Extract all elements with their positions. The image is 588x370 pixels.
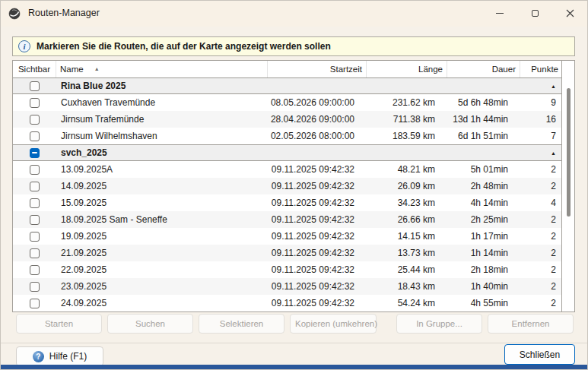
route-row[interactable]: 19.09.202509.11.2025 09:42:3214.15 km1h … [13, 228, 561, 245]
route-visibility-checkbox[interactable] [30, 282, 40, 292]
help-button-label: Hilfe (F1) [49, 351, 87, 362]
route-row[interactable]: Jirnsum Trafemünde28.04.2026 09:00:00711… [13, 111, 561, 128]
column-header-laenge[interactable]: Länge [367, 61, 447, 77]
route-visibility-checkbox[interactable] [30, 299, 40, 308]
route-laenge: 14.15 km [367, 231, 447, 242]
route-punkte: 2 [520, 231, 562, 242]
window-controls [482, 1, 587, 25]
route-name: Jirnsum Wilhelmshaven [56, 131, 268, 141]
route-row[interactable]: Cuxhaven Travemünde08.05.2026 09:00:0023… [13, 94, 561, 111]
route-row[interactable]: 24.09.202509.11.2025 09:42:3254.24 km4h … [13, 295, 561, 311]
route-punkte: 4 [520, 198, 562, 208]
route-startzeit: 09.11.2025 09:42:32 [268, 198, 367, 208]
route-startzeit: 09.11.2025 09:42:32 [268, 181, 367, 191]
route-name: 19.09.2025 [56, 231, 268, 242]
route-row[interactable]: 13.09.2025A09.11.2025 09:42:3248.21 km5h… [13, 161, 561, 178]
route-name: 14.09.2025 [56, 181, 268, 191]
group-row[interactable]: svch_2025▲ [13, 144, 561, 161]
maximize-button[interactable] [517, 1, 552, 25]
route-laenge: 18.43 km [367, 281, 447, 292]
route-visibility-checkbox[interactable] [30, 215, 40, 225]
route-startzeit: 09.11.2025 09:42:32 [268, 264, 367, 275]
group-visibility-checkbox[interactable] [30, 148, 40, 158]
route-visibility-checkbox[interactable] [30, 115, 40, 125]
help-button[interactable]: ? Hilfe (F1) [16, 346, 103, 366]
route-visibility-checkbox[interactable] [30, 198, 40, 208]
route-punkte: 2 [520, 298, 562, 308]
route-startzeit: 08.05.2026 09:00:00 [268, 97, 367, 108]
close-icon [566, 9, 574, 17]
route-dauer: 4h 55min [447, 298, 520, 308]
route-laenge: 231.62 km [367, 97, 447, 108]
route-visibility-checkbox[interactable] [30, 131, 40, 141]
column-header-sichtbar[interactable]: Sichtbar [13, 61, 56, 77]
bottom-accent-strip [1, 365, 587, 369]
route-punkte: 2 [520, 164, 562, 175]
column-header-punkte[interactable]: Punkte [520, 61, 562, 77]
route-laenge: 54.24 km [367, 298, 447, 308]
route-laenge: 25.44 km [367, 264, 447, 275]
suchen-button[interactable]: Suchen [107, 314, 193, 334]
route-visibility-checkbox[interactable] [30, 232, 40, 242]
column-header-dauer[interactable]: Dauer [447, 61, 520, 77]
route-name: 24.09.2025 [56, 298, 268, 308]
route-dauer: 4h 14min [447, 198, 520, 208]
route-visibility-checkbox[interactable] [30, 98, 40, 108]
entfernen-button[interactable]: Entfernen [488, 314, 574, 334]
titlebar[interactable]: Routen-Manager [1, 1, 587, 27]
route-punkte: 9 [520, 97, 562, 108]
route-laenge: 26.09 km [367, 181, 447, 191]
route-laenge: 26.66 km [367, 214, 447, 225]
route-laenge: 13.73 km [367, 248, 447, 258]
route-name: 22.09.2025 [56, 264, 268, 275]
selektieren-button[interactable]: Selektieren [199, 314, 284, 334]
table-header-row: Sichtbar Name ▲ Startzeit Länge Dauer Pu… [13, 61, 561, 77]
column-header-name[interactable]: Name ▲ [56, 61, 268, 77]
route-name: Cuxhaven Travemünde [56, 97, 268, 108]
route-visibility-checkbox[interactable] [30, 248, 40, 258]
route-name: 13.09.2025A [56, 164, 268, 175]
minimize-icon [496, 13, 504, 14]
route-name: Jirnsum Trafemünde [56, 114, 268, 125]
route-startzeit: 09.11.2025 09:42:32 [268, 248, 367, 258]
route-row[interactable]: 22.09.202509.11.2025 09:42:3225.44 km2h … [13, 261, 561, 278]
route-dauer: 5d 6h 48min [447, 97, 520, 108]
route-name: 18.09.2025 Sam - Seneffe [56, 214, 268, 225]
route-row[interactable]: 23.09.202509.11.2025 09:42:3218.43 km1h … [13, 278, 561, 295]
kopieren-umkehren-button[interactable]: Kopieren (umkehren) [290, 314, 377, 334]
route-row[interactable]: 21.09.202509.11.2025 09:42:3213.73 km1h … [13, 245, 561, 261]
route-dauer: 2h 18min [447, 264, 520, 275]
maximize-icon [532, 10, 539, 17]
sort-ascending-icon: ▲ [94, 66, 100, 71]
table-body: Rina Blue 2025▲Cuxhaven Travemünde08.05.… [13, 77, 561, 311]
in-gruppe-button[interactable]: In Gruppe... [396, 314, 482, 334]
minimize-button[interactable] [482, 1, 517, 25]
route-laenge: 183.59 km [367, 131, 447, 141]
route-row[interactable]: 18.09.2025 Sam - Seneffe09.11.2025 09:42… [13, 211, 561, 228]
group-collapse-icon[interactable]: ▲ [520, 84, 556, 89]
route-dauer: 2h 48min [447, 181, 520, 191]
column-header-startzeit[interactable]: Startzeit [268, 61, 367, 77]
starten-button[interactable]: Starten [16, 314, 102, 334]
route-row[interactable]: 14.09.202509.11.2025 09:42:3226.09 km2h … [13, 178, 561, 194]
vertical-scrollbar-thumb[interactable] [567, 88, 571, 217]
group-collapse-icon[interactable]: ▲ [520, 150, 556, 156]
route-visibility-checkbox[interactable] [30, 182, 40, 191]
group-row[interactable]: Rina Blue 2025▲ [13, 77, 561, 94]
route-row[interactable]: Jirnsum Wilhelmshaven02.05.2026 08:00:00… [13, 128, 561, 144]
route-name: 23.09.2025 [56, 281, 268, 292]
route-dauer: 2h 25min [447, 214, 520, 225]
route-visibility-checkbox[interactable] [30, 265, 40, 275]
route-visibility-checkbox[interactable] [30, 165, 40, 175]
route-punkte: 2 [520, 264, 562, 275]
group-name: Rina Blue 2025 [56, 81, 268, 91]
route-row[interactable]: 15.09.202509.11.2025 09:42:3234.23 km4h … [13, 194, 561, 211]
route-punkte: 7 [520, 131, 562, 141]
window-title: Routen-Manager [28, 8, 100, 18]
schliessen-button[interactable]: Schließen [504, 344, 575, 365]
route-punkte: 2 [520, 281, 562, 292]
close-button[interactable] [552, 1, 587, 25]
route-startzeit: 09.11.2025 09:42:32 [268, 298, 367, 308]
group-visibility-checkbox[interactable] [30, 81, 40, 91]
route-punkte: 16 [520, 114, 562, 125]
